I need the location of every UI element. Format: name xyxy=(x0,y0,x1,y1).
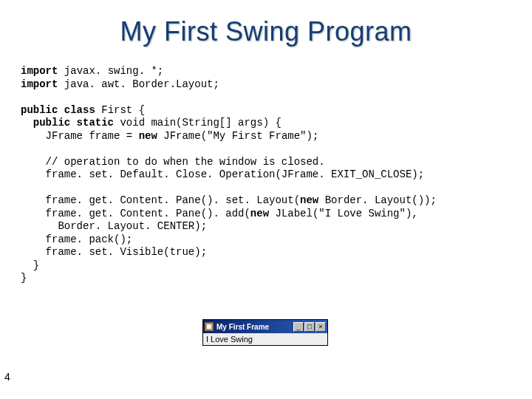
code-l5a: JFrame frame = xyxy=(21,130,139,142)
window-body: I Love Swing xyxy=(203,333,327,345)
code-l8a: frame. get. Content. Pane(). set. Layout… xyxy=(21,194,300,206)
window-title: My First Frame xyxy=(216,323,293,331)
window-titlebar: My First Frame _ □ × xyxy=(203,320,327,333)
code-l4b: void main(String[] args) { xyxy=(114,117,282,129)
minimize-button[interactable]: _ xyxy=(293,322,304,332)
code-l1b: javax. swing. *; xyxy=(58,65,163,77)
code-l7: frame. set. Default. Close. Operation(JF… xyxy=(21,168,424,180)
slide-title: My First Swing Program xyxy=(0,16,532,47)
code-l11: frame. pack(); xyxy=(21,233,132,245)
kw-new-1: new xyxy=(139,130,157,142)
page-number: 4 xyxy=(4,371,10,383)
code-l6: // operation to do when the window is cl… xyxy=(21,156,325,168)
code-l14: } xyxy=(21,272,27,284)
kw-public-static: public static xyxy=(21,117,114,129)
window-controls: _ □ × xyxy=(293,322,326,332)
kw-import-1: import xyxy=(21,65,58,77)
code-l9c: JLabel("I Love Swing"), xyxy=(269,208,418,219)
code-l5c: JFrame("My First Frame"); xyxy=(157,130,318,142)
example-window: My First Frame _ □ × I Love Swing xyxy=(202,319,328,346)
close-button[interactable]: × xyxy=(316,322,326,332)
code-l12: frame. set. Visible(true); xyxy=(21,246,207,258)
kw-import-2: import xyxy=(21,78,58,90)
java-cup-icon xyxy=(205,322,214,331)
kw-new-3: new xyxy=(250,208,269,219)
kw-public-class: public class xyxy=(21,104,95,116)
code-l3b: First { xyxy=(95,104,145,116)
code-l8c: Border. Layout()); xyxy=(318,194,437,206)
kw-new-2: new xyxy=(300,194,318,206)
maximize-button[interactable]: □ xyxy=(304,322,315,332)
code-block: import javax. swing. *; import java. awt… xyxy=(21,65,532,285)
code-l13: } xyxy=(21,259,39,271)
code-l2b: java. awt. Border.Layout; xyxy=(58,78,219,90)
code-l10: Border. Layout. CENTER); xyxy=(21,220,207,232)
code-l9a: frame. get. Content. Pane(). add( xyxy=(21,208,250,219)
